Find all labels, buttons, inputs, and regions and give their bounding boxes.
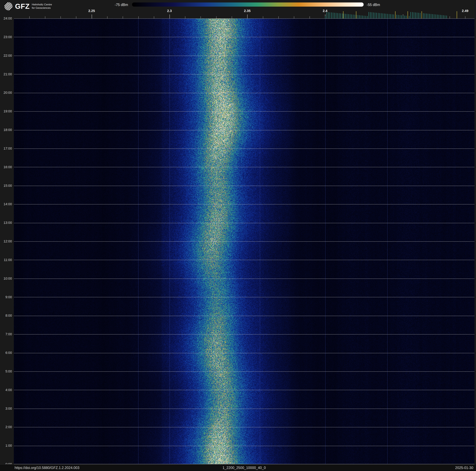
frequency-axis: 2.252.32.352.42.49 — [14, 9, 475, 18]
freq-tick — [440, 15, 441, 18]
freq-tick — [334, 13, 335, 18]
freq-tick — [420, 13, 420, 18]
freq-tick — [370, 12, 371, 18]
time-label: 21:00 — [3, 72, 12, 76]
freq-tick — [400, 15, 400, 18]
time-label: 10:00 — [3, 276, 12, 281]
spectrogram-canvas — [14, 18, 475, 464]
freq-tick — [336, 13, 336, 18]
spectrogram-page: GFZ Helmholtz Centre for Geosciences -75… — [0, 0, 476, 471]
freq-tick — [425, 13, 425, 18]
freq-tick — [387, 14, 388, 18]
freq-tick — [417, 13, 417, 18]
freq-tick — [434, 14, 434, 18]
freq-tick — [123, 16, 123, 18]
freq-tick — [398, 15, 398, 18]
freq-tick — [386, 14, 386, 18]
freq-tick — [380, 13, 380, 18]
time-label: 13:00 — [3, 221, 12, 225]
freq-tick — [364, 16, 364, 18]
freq-tick — [437, 15, 438, 18]
freq-tick — [465, 16, 465, 18]
freq-tick — [333, 13, 333, 18]
freq-tick — [344, 14, 344, 18]
time-label: 12:00 — [3, 239, 12, 243]
freq-tick — [362, 16, 363, 18]
freq-tick — [342, 14, 342, 18]
doi-text: https://doi.org/10.5880/GFZ.1.2.2024.003 — [15, 466, 79, 470]
freq-tick — [247, 15, 248, 18]
time-label: 24:00 — [3, 17, 12, 20]
freq-tick — [327, 12, 327, 18]
time-label: 2:00 — [5, 425, 12, 429]
colorbar-min-label: -75 dBm — [115, 3, 130, 7]
freq-tick — [446, 16, 447, 18]
freq-tick — [384, 14, 385, 18]
freq-tick — [457, 11, 457, 18]
freq-tick — [278, 16, 279, 18]
freq-tick — [378, 13, 378, 18]
freq-tick — [445, 15, 445, 18]
freq-tick — [366, 16, 366, 18]
time-axis: 24:0023:0022:0021:0020:0019:0018:0017:00… — [0, 18, 13, 464]
freq-tick — [432, 14, 433, 18]
time-label: 19:00 — [3, 109, 12, 113]
freq-tick — [45, 16, 45, 18]
freq-tick — [325, 16, 325, 18]
freq-tick — [29, 16, 30, 18]
freq-tick — [405, 16, 405, 18]
freq-tick — [201, 16, 201, 18]
freq-tick — [340, 13, 341, 18]
time-label: 8:00 — [5, 314, 12, 318]
gfz-logo-icon — [4, 2, 13, 11]
logo-subtitle-line1: Helmholtz Centre — [32, 3, 52, 6]
freq-tick — [428, 14, 428, 18]
freq-tick — [414, 12, 414, 18]
freq-tick — [401, 15, 402, 18]
freq-tick — [429, 14, 430, 18]
time-label: 1:00 — [5, 444, 12, 448]
freq-tick — [348, 14, 349, 18]
time-label: 16:00 — [3, 165, 12, 169]
freq-tick — [185, 16, 185, 18]
colorbar — [132, 2, 364, 7]
freq-tick — [355, 15, 355, 18]
freq-tick — [353, 15, 353, 18]
freq-tick — [373, 12, 374, 18]
time-label: 6:00 — [5, 351, 12, 355]
time-label: 22:00 — [3, 54, 12, 58]
freq-label: 2.25 — [88, 9, 95, 13]
freq-tick — [383, 13, 383, 18]
freq-tick — [412, 12, 413, 18]
freq-tick — [232, 16, 232, 18]
freq-tick — [367, 16, 367, 18]
time-label: 4:00 — [5, 388, 12, 392]
freq-tick — [439, 15, 439, 18]
freq-tick — [411, 12, 411, 18]
freq-tick — [345, 14, 346, 18]
time-label: 11:00 — [4, 258, 12, 262]
colorbar-max-label: -55 dBm — [366, 3, 380, 7]
logo-subtitle: Helmholtz Centre for Geosciences — [32, 3, 52, 10]
time-label: 20:00 — [3, 91, 12, 95]
freq-tick — [369, 12, 369, 18]
freq-tick — [358, 15, 358, 18]
freq-tick — [92, 15, 92, 18]
freq-tick — [76, 16, 76, 18]
freq-tick — [436, 15, 436, 18]
freq-tick — [352, 15, 352, 18]
freq-tick — [423, 13, 424, 18]
freq-tick — [422, 11, 422, 18]
freq-tick — [409, 16, 409, 18]
freq-tick — [328, 12, 328, 18]
freq-tick — [356, 11, 357, 18]
freq-tick — [343, 11, 343, 18]
freq-tick — [330, 12, 330, 18]
freq-tick — [359, 15, 360, 18]
time-label: 3:00 — [5, 407, 12, 411]
time-label: 17:00 — [3, 146, 12, 150]
freq-tick — [347, 14, 347, 18]
freq-tick — [406, 16, 406, 18]
time-label: 23:00 — [3, 35, 12, 39]
freq-tick — [350, 14, 350, 18]
